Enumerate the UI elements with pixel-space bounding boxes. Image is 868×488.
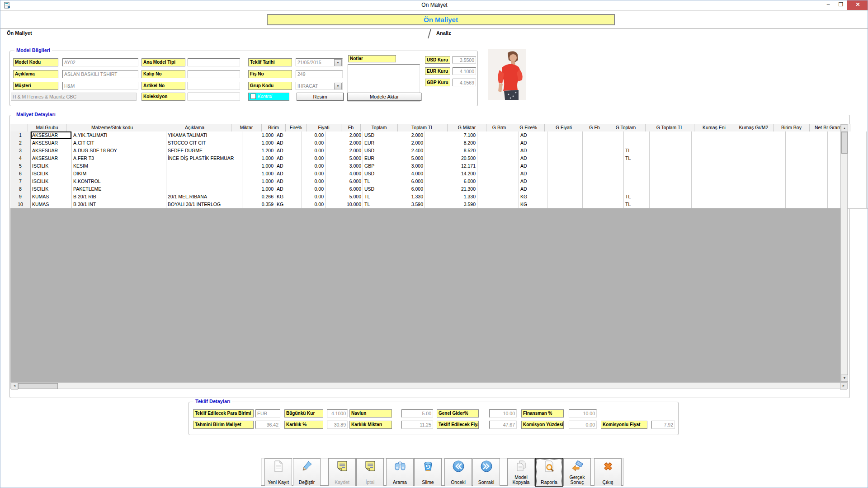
scroll-left-icon[interactable]: ◄	[11, 383, 18, 389]
table-cell[interactable]: K.KONTROL	[72, 178, 166, 186]
column-header[interactable]: Kumaş Eni	[694, 124, 734, 132]
table-cell[interactable]	[547, 147, 583, 155]
table-cell[interactable]	[477, 193, 519, 201]
table-cell[interactable]: 0.00	[302, 201, 326, 209]
table-cell[interactable]: EUR	[363, 155, 385, 163]
table-cell[interactable]: ISCILIK	[31, 170, 72, 178]
table-cell[interactable]: 1.000	[242, 139, 275, 147]
column-header[interactable]	[10, 124, 28, 132]
finansman-field[interactable]: 10.00	[569, 409, 597, 418]
row-number-cell[interactable]: 7	[10, 178, 31, 186]
komisyon-yuzdesi-field[interactable]: 0.00	[569, 421, 597, 429]
table-cell[interactable]: GBP	[363, 162, 385, 170]
komisyonlu-fiyat-field[interactable]: 7.92	[651, 421, 675, 429]
table-cell[interactable]: TL	[624, 193, 650, 201]
table-cell[interactable]	[650, 162, 692, 170]
table-cell[interactable]: 0.359	[242, 201, 275, 209]
table-cell[interactable]: TL	[624, 155, 650, 163]
table-cell[interactable]	[692, 178, 743, 186]
column-header[interactable]: Malzeme/Stok kodu	[66, 124, 158, 132]
table-cell[interactable]: 0.00	[302, 147, 326, 155]
table-cell[interactable]	[547, 178, 583, 186]
table-cell[interactable]: 3.590	[425, 201, 477, 209]
column-header[interactable]: G Fire%	[512, 124, 545, 132]
ana-model-tipi-field[interactable]	[188, 58, 240, 66]
table-cell[interactable]	[547, 162, 583, 170]
table-cell[interactable]	[786, 170, 828, 178]
scroll-down-icon[interactable]: ▼	[841, 375, 848, 382]
table-cell[interactable]: SEDEF DUGME	[166, 147, 242, 155]
scroll-right-icon[interactable]: ►	[840, 383, 847, 389]
column-header[interactable]: G Toplam	[606, 124, 646, 132]
table-cell[interactable]: 5.000	[326, 155, 363, 163]
table-cell[interactable]: 8.200	[425, 139, 477, 147]
eur-kuru-field[interactable]: 4.1000	[453, 67, 476, 75]
table-cell[interactable]	[624, 170, 650, 178]
table-cell[interactable]: 2.000	[385, 131, 425, 140]
table-cell[interactable]	[743, 201, 786, 209]
sonraki-button[interactable]: Sonraki	[472, 458, 500, 486]
table-cell[interactable]	[477, 170, 519, 178]
table-cell[interactable]	[547, 185, 583, 193]
table-cell[interactable]: 1.000	[242, 185, 275, 193]
row-number-cell[interactable]: 1	[10, 131, 31, 140]
table-cell[interactable]	[583, 131, 624, 140]
aciklama-field[interactable]: ASLAN BASKILI TSHIRT	[62, 70, 138, 78]
table-cell[interactable]: USD	[363, 147, 385, 155]
table-cell[interactable]: STOCCO CIT CIT	[166, 139, 242, 147]
table-cell[interactable]: KESIM	[72, 162, 166, 170]
table-cell[interactable]	[583, 170, 624, 178]
minimize-icon[interactable]: –	[822, 0, 834, 10]
table-cell[interactable]: AD	[275, 155, 302, 163]
table-cell[interactable]	[477, 201, 519, 209]
table-cell[interactable]: 0.266	[242, 193, 275, 201]
table-cell[interactable]	[477, 139, 519, 147]
table-cell[interactable]: AKSESUAR	[31, 155, 72, 163]
table-cell[interactable]	[692, 155, 743, 163]
column-header[interactable]: Mal.Grubu	[28, 124, 66, 132]
table-cell[interactable]: 0.00	[302, 131, 326, 140]
table-cell[interactable]: 0.00	[302, 178, 326, 186]
table-cell[interactable]: 5.000	[385, 155, 425, 163]
table-cell[interactable]	[583, 155, 624, 163]
table-cell[interactable]: 2.000	[385, 139, 425, 147]
table-cell[interactable]: 6.000	[425, 178, 477, 186]
table-cell[interactable]: AD	[275, 170, 302, 178]
resim-button[interactable]: Resim	[297, 93, 344, 101]
table-cell[interactable]: EUR	[363, 139, 385, 147]
table-cell[interactable]: 3.000	[385, 162, 425, 170]
table-cell[interactable]: 12.171	[425, 162, 477, 170]
column-header[interactable]: G Fiyati	[545, 124, 583, 132]
restore-icon[interactable]: ❐	[835, 0, 847, 10]
table-cell[interactable]: BOYALI 30/1 INTERLOG	[166, 201, 242, 209]
scroll-up-icon[interactable]: ▲	[841, 125, 848, 132]
yeni-kayıt-button[interactable]: Yeni Kayıt	[264, 458, 292, 486]
tahmini-birim-maliyet-field[interactable]: 36.42	[255, 421, 280, 429]
table-cell[interactable]: AD	[519, 162, 547, 170]
table-cell[interactable]	[743, 147, 786, 155]
table-cell[interactable]: İNCE DİŞ PLASTİK FERMUAR	[166, 155, 242, 163]
table-cell[interactable]	[692, 147, 743, 155]
table-cell[interactable]: AD	[275, 185, 302, 193]
table-cell[interactable]: 20/1 MEL.RIBANA	[166, 193, 242, 201]
table-cell[interactable]: 1.000	[242, 162, 275, 170]
çıkış-button[interactable]: Çıkış	[594, 458, 622, 486]
table-cell[interactable]	[650, 139, 692, 147]
table-cell[interactable]: YIKAMA TALIMATI	[166, 131, 242, 140]
model-kopyala-button[interactable]: Model Kopyala	[507, 458, 535, 486]
table-cell[interactable]	[786, 201, 828, 209]
teklif-tarihi-field[interactable]: 21/05/2015 ▼	[296, 58, 343, 66]
column-header[interactable]: Miktar	[231, 124, 262, 132]
table-cell[interactable]	[786, 147, 828, 155]
table-cell[interactable]: 3.590	[385, 201, 425, 209]
koleksiyon-field[interactable]	[188, 93, 240, 101]
grup-kodu-field[interactable]: IHRACAT ▼	[296, 82, 343, 90]
table-cell[interactable]	[624, 139, 650, 147]
table-cell[interactable]: 0.00	[302, 170, 326, 178]
table-cell[interactable]: 21.300	[425, 185, 477, 193]
table-cell[interactable]: ISCILIK	[31, 162, 72, 170]
table-cell[interactable]	[547, 131, 583, 140]
column-header[interactable]: Açıklama	[158, 124, 231, 132]
table-cell[interactable]: 20.500	[425, 155, 477, 163]
table-cell[interactable]: B 20/1 RIB	[72, 193, 166, 201]
